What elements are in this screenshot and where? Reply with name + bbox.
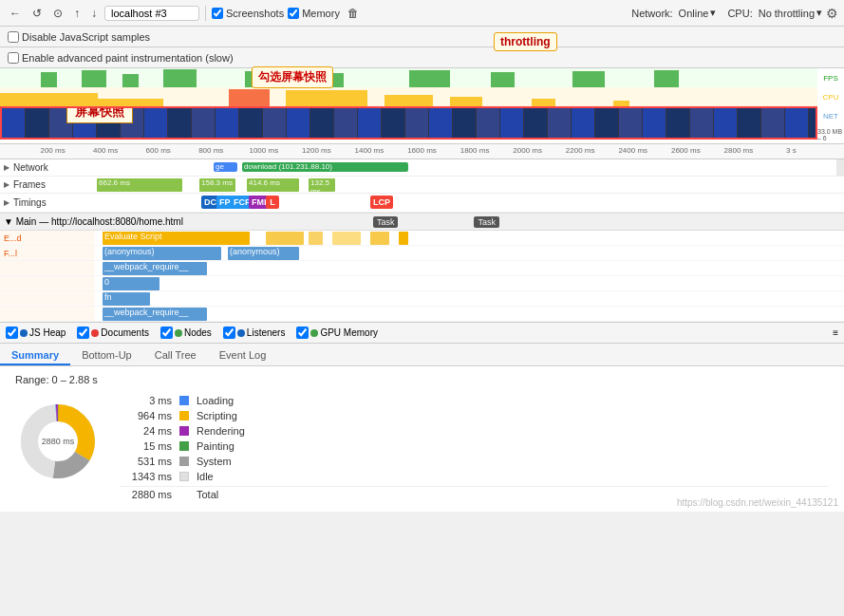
flame-block-anon2[interactable]: (anonymous): [228, 247, 299, 260]
frame-bar-3: 414.6 ms: [247, 178, 299, 192]
timeline-minimap[interactable]: 屏幕快照 // Generate screenshot thumbs for(l…: [0, 68, 844, 144]
network-value: Online: [679, 8, 709, 19]
enable-paint-checkbox[interactable]: Enable advanced paint instrumentation (s…: [8, 52, 234, 64]
ruler-tick: 2400 ms: [618, 146, 647, 155]
flame-label-1: F...l: [0, 246, 95, 260]
flame-label-2: [0, 261, 95, 275]
separator: [205, 6, 206, 21]
frames-expand-icon[interactable]: ▶: [4, 180, 9, 189]
js-heap-check[interactable]: JS Heap: [6, 327, 66, 339]
toolbar3: Enable advanced paint instrumentation (s…: [0, 47, 844, 68]
flame-row-3: 0: [0, 276, 844, 291]
flame-row-1: F...l (anonymous) (anonymous): [0, 246, 844, 261]
flame-content-5: __webpack_require__: [95, 307, 844, 321]
flame-block-extra3: [332, 232, 361, 245]
gpu-memory-input[interactable]: [296, 327, 309, 339]
summary-row-painting: 15 ms Painting: [120, 440, 829, 452]
documents-input[interactable]: [77, 327, 89, 339]
js-heap-input[interactable]: [6, 327, 18, 339]
annotation-throttling: throttling: [494, 32, 557, 51]
tab-bottom-up[interactable]: Bottom-Up: [70, 346, 143, 365]
flame-content-3: 0: [95, 276, 844, 290]
listeners-dot: [237, 329, 245, 337]
memory-menu-icon[interactable]: ≡: [833, 327, 838, 338]
nodes-check[interactable]: Nodes: [160, 327, 212, 339]
disable-js-checkbox[interactable]: Disable JavaScript samples: [8, 31, 150, 43]
listeners-input[interactable]: [223, 327, 235, 339]
flame-block-extra2: [309, 232, 323, 245]
loading-ms: 3 ms: [120, 395, 172, 406]
flame-block-0[interactable]: 0: [103, 277, 159, 290]
cpu-value: No throttling: [759, 8, 815, 19]
flame-row-0: E...d Evaluate Script: [0, 231, 844, 246]
documents-check[interactable]: Documents: [77, 327, 149, 339]
memory-label: Memory: [302, 8, 340, 19]
timings-expand-icon[interactable]: ▶: [4, 198, 9, 207]
ruler-tick: 2000 ms: [513, 146, 542, 155]
screenshots-checkbox[interactable]: Screenshots: [212, 8, 284, 19]
network-expand-icon[interactable]: ▶: [4, 163, 9, 172]
flame-block-evaluate[interactable]: Evaluate Script: [103, 232, 250, 245]
listeners-label: Listeners: [247, 327, 286, 338]
pie-center-label: 2880 ms: [42, 437, 75, 447]
flame-block-anon1[interactable]: (anonymous): [103, 247, 221, 260]
range-text: Range: 0 – 2.88 s: [15, 374, 829, 385]
documents-dot: [91, 329, 99, 337]
screenshots-strip: 屏幕快照 // Generate screenshot thumbs for(l…: [0, 106, 817, 140]
watermark: https://blog.csdn.net/weixin_44135121: [677, 497, 838, 508]
js-heap-dot: [20, 329, 28, 337]
up-button[interactable]: ↑: [70, 5, 84, 22]
gpu-memory-label: GPU Memory: [320, 327, 378, 338]
flame-content-1: (anonymous) (anonymous): [95, 246, 844, 260]
tab-label: localhost #3: [104, 6, 199, 21]
flame-block-extra4: [370, 232, 389, 245]
flame-block-fn[interactable]: fn: [103, 292, 150, 306]
main-toolbar: ← ↺ ⊙ ↑ ↓ localhost #3 Screenshots Memor…: [0, 0, 844, 27]
reload-button[interactable]: ↺: [28, 5, 46, 22]
network-label: Network: [13, 162, 48, 173]
flame-header: ▼ Main — http://localhost:8080/home.html…: [0, 214, 844, 231]
disable-js-label: Disable JavaScript samples: [22, 31, 150, 43]
disable-js-input[interactable]: [8, 31, 19, 43]
track-scrollbar[interactable]: [836, 159, 844, 176]
gpu-memory-dot: [310, 329, 318, 337]
rendering-ms: 24 ms: [120, 425, 172, 437]
network-track-content: ge download (101.231.88.10): [95, 159, 844, 176]
summary-row-rendering: 24 ms Rendering: [120, 425, 829, 437]
task-label2: Task: [474, 216, 499, 228]
flame-label-0: E...d: [0, 231, 95, 245]
settings-button[interactable]: ⚙: [826, 6, 838, 21]
flame-block-webpack2[interactable]: __webpack_require__: [103, 308, 207, 321]
back-button[interactable]: ←: [6, 5, 25, 22]
enable-paint-input[interactable]: [8, 52, 19, 64]
flame-block-webpack1[interactable]: __webpack_require__: [103, 262, 207, 275]
bottom-tabs: Summary Bottom-Up Call Tree Event Log: [0, 344, 844, 366]
network-dropdown[interactable]: Online ▾: [679, 7, 717, 19]
ruler-tick: 1600 ms: [407, 146, 437, 155]
frames-label: Frames: [13, 179, 46, 190]
memory-check-input[interactable]: [288, 8, 299, 19]
flame-block-extra1: [266, 232, 304, 245]
cpu-dropdown[interactable]: No throttling ▾: [759, 7, 822, 19]
timing-lcp: LCP: [370, 196, 393, 209]
summary-row-system: 531 ms System: [120, 456, 829, 467]
nodes-input[interactable]: [160, 327, 173, 339]
gpu-memory-check[interactable]: GPU Memory: [296, 327, 378, 339]
fps-area: [0, 68, 817, 87]
screenshots-check-input[interactable]: [212, 8, 223, 19]
tab-call-tree[interactable]: Call Tree: [143, 346, 208, 365]
tab-summary[interactable]: Summary: [0, 346, 70, 365]
screenshot-record-button[interactable]: ⊙: [49, 5, 66, 22]
tab-event-log[interactable]: Event Log: [208, 346, 278, 365]
idle-name: Idle: [197, 471, 214, 482]
frames-track-content: 662.6 ms 158.3 ms 414.6 ms 132.5 ms: [95, 177, 844, 193]
timeline-ruler: 200 ms400 ms600 ms800 ms1000 ms1200 ms14…: [0, 144, 844, 159]
down-button[interactable]: ↓: [87, 5, 101, 22]
total-ms: 2880 ms: [120, 489, 172, 500]
scripting-name: Scripting: [197, 410, 237, 421]
delete-button[interactable]: 🗑: [344, 5, 363, 22]
memory-checkbox[interactable]: Memory: [288, 8, 340, 19]
flame-label-4: [0, 291, 95, 306]
ruler-tick: 800 ms: [198, 146, 223, 155]
listeners-check[interactable]: Listeners: [223, 327, 286, 339]
